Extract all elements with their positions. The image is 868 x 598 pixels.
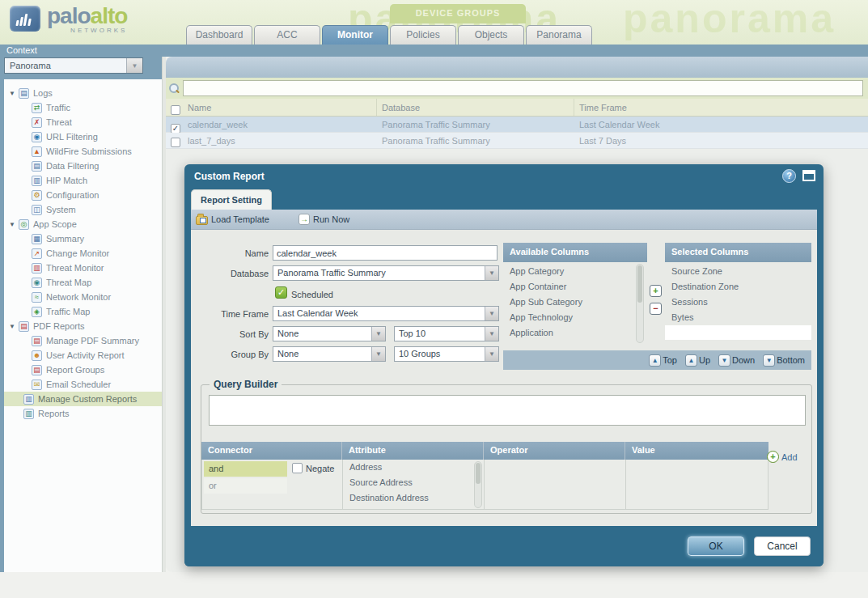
group-by-dropdown[interactable]: None: [273, 346, 386, 362]
report-time-frame: Last 7 Days: [579, 133, 626, 149]
sidebar-item-system[interactable]: System: [4, 202, 162, 217]
window-icon[interactable]: [802, 170, 815, 181]
list-item[interactable]: Bytes: [665, 310, 811, 325]
column-header-database[interactable]: Database: [382, 99, 420, 117]
sidebar-item-app-scope[interactable]: App Scope: [4, 217, 162, 231]
manage-custom-reports-icon: [23, 394, 34, 405]
chevron-down-icon[interactable]: [485, 327, 498, 341]
connector-option-and[interactable]: and: [204, 461, 287, 477]
list-item[interactable]: App Container: [503, 279, 633, 295]
move-bottom-button[interactable]: Bottom: [763, 354, 805, 367]
sidebar-item-wildfire-submissions[interactable]: WildFire Submissions: [4, 144, 162, 159]
remove-column-button[interactable]: −: [650, 303, 662, 315]
sidebar-item-hip-match[interactable]: HIP Match: [4, 173, 162, 188]
database-dropdown[interactable]: Panorama Traffic Summary: [273, 265, 499, 281]
table-row[interactable]: calendar_week Panorama Traffic Summary L…: [166, 117, 868, 133]
chevron-down-icon[interactable]: [371, 327, 385, 341]
help-icon[interactable]: [782, 169, 796, 183]
sidebar-item-email-scheduler[interactable]: Email Scheduler: [4, 377, 162, 392]
query-input[interactable]: [209, 395, 806, 426]
sort-by-limit-dropdown[interactable]: Top 10: [394, 326, 499, 341]
sidebar-item-change-monitor[interactable]: Change Monitor: [4, 246, 162, 261]
move-up-button[interactable]: Up: [685, 354, 710, 367]
available-columns-scrollbar[interactable]: [636, 264, 644, 343]
list-item[interactable]: Source Zone: [665, 264, 811, 279]
sidebar-item-reports[interactable]: Reports: [4, 406, 162, 421]
row-checkbox[interactable]: [171, 138, 180, 147]
list-item[interactable]: Sessions: [665, 295, 811, 310]
list-item[interactable]: Application: [503, 325, 633, 341]
load-template-button[interactable]: Load Template: [196, 214, 269, 225]
attribute-option[interactable]: Address: [343, 460, 484, 475]
tab-panorama[interactable]: Panorama: [526, 25, 592, 45]
tab-monitor[interactable]: Monitor: [322, 25, 388, 45]
attribute-option[interactable]: Source Address: [343, 475, 484, 490]
column-header-time-frame[interactable]: Time Frame: [579, 99, 627, 117]
run-now-button[interactable]: Run Now: [299, 214, 349, 225]
add-column-button[interactable]: +: [650, 285, 662, 297]
chevron-down-icon[interactable]: [485, 347, 498, 361]
list-item[interactable]: Destination Zone: [665, 279, 811, 295]
search-input[interactable]: [183, 80, 863, 96]
sidebar-item-configuration[interactable]: Configuration: [4, 188, 162, 202]
sidebar-item-manage-custom-reports[interactable]: Manage Custom Reports: [4, 392, 162, 406]
collapse-arrow-icon[interactable]: [9, 90, 19, 97]
top-header: panorama panorama paloalto NETWORKS DEVI…: [0, 0, 868, 45]
search-icon[interactable]: [169, 83, 180, 94]
table-row[interactable]: last_7_days Panorama Traffic Summary Las…: [166, 133, 868, 149]
sidebar-item-threat[interactable]: Threat: [4, 115, 162, 129]
collapse-arrow-icon[interactable]: [9, 221, 19, 228]
group-by-label: Group By: [191, 346, 269, 363]
cancel-button[interactable]: Cancel: [754, 537, 811, 556]
sidebar-item-url-filtering[interactable]: URL Filtering: [4, 129, 162, 144]
sidebar-item-logs[interactable]: Logs: [4, 86, 162, 100]
tab-dashboard[interactable]: Dashboard: [186, 25, 252, 45]
tab-report-setting[interactable]: Report Setting: [191, 189, 272, 210]
sidebar-item-data-filtering[interactable]: Data Filtering: [4, 159, 162, 173]
dialog-toolbar: Load Template Run Now: [191, 210, 817, 230]
attribute-option[interactable]: Destination Address: [343, 490, 484, 506]
list-item[interactable]: App Category: [503, 264, 633, 279]
sidebar-item-traffic[interactable]: Traffic: [4, 100, 162, 115]
sidebar-item-network-monitor[interactable]: Network Monitor: [4, 290, 162, 304]
group-by-limit-dropdown[interactable]: 10 Groups: [394, 346, 499, 362]
add-rule-button[interactable]: Add: [767, 451, 798, 463]
tab-policies[interactable]: Policies: [390, 25, 456, 45]
negate-checkbox[interactable]: [292, 463, 303, 473]
scheduled-checkbox[interactable]: [275, 286, 287, 299]
attribute-scrollbar[interactable]: [474, 461, 482, 508]
sidebar-item-threat-monitor[interactable]: Threat Monitor: [4, 261, 162, 275]
chevron-down-icon[interactable]: [371, 347, 385, 361]
name-field[interactable]: [273, 245, 498, 261]
sidebar-item-traffic-map[interactable]: Traffic Map: [4, 304, 162, 319]
context-value: Panorama: [5, 61, 126, 70]
sidebar-item-user-activity-report[interactable]: User Activity Report: [4, 348, 162, 363]
column-header-name[interactable]: Name: [188, 99, 211, 117]
move-top-button[interactable]: Top: [649, 354, 677, 367]
tab-objects[interactable]: Objects: [458, 25, 524, 45]
sidebar-item-report-groups[interactable]: Report Groups: [4, 363, 162, 377]
sidebar-item-label: Change Monitor: [46, 248, 109, 258]
sidebar-item-summary[interactable]: Summary: [4, 231, 162, 246]
list-item[interactable]: App Technology: [503, 310, 633, 325]
chevron-down-icon[interactable]: [485, 307, 498, 320]
time-frame-dropdown[interactable]: Last Calendar Week: [273, 306, 499, 321]
report-name-link[interactable]: calendar_week: [188, 117, 248, 133]
tab-acc[interactable]: ACC: [254, 25, 320, 45]
ok-button[interactable]: OK: [688, 537, 744, 556]
sidebar-item-pdf-reports[interactable]: PDF Reports: [4, 319, 162, 333]
context-dropdown[interactable]: Panorama: [4, 57, 143, 74]
collapse-arrow-icon[interactable]: [9, 323, 19, 330]
move-down-button[interactable]: Down: [718, 354, 755, 367]
select-all-checkbox[interactable]: [171, 105, 180, 115]
content-header-bar: [166, 57, 868, 78]
sidebar-item-manage-pdf-summary[interactable]: Manage PDF Summary: [4, 333, 162, 348]
connector-option-or[interactable]: or: [204, 478, 287, 494]
report-name-link[interactable]: last_7_days: [188, 133, 235, 149]
empty-column-slot[interactable]: [665, 325, 811, 340]
sort-by-dropdown[interactable]: None: [273, 326, 386, 341]
chevron-down-icon[interactable]: [485, 266, 498, 280]
list-item[interactable]: App Sub Category: [503, 295, 633, 310]
sidebar-item-threat-map[interactable]: Threat Map: [4, 275, 162, 290]
chevron-down-icon[interactable]: [126, 58, 142, 73]
